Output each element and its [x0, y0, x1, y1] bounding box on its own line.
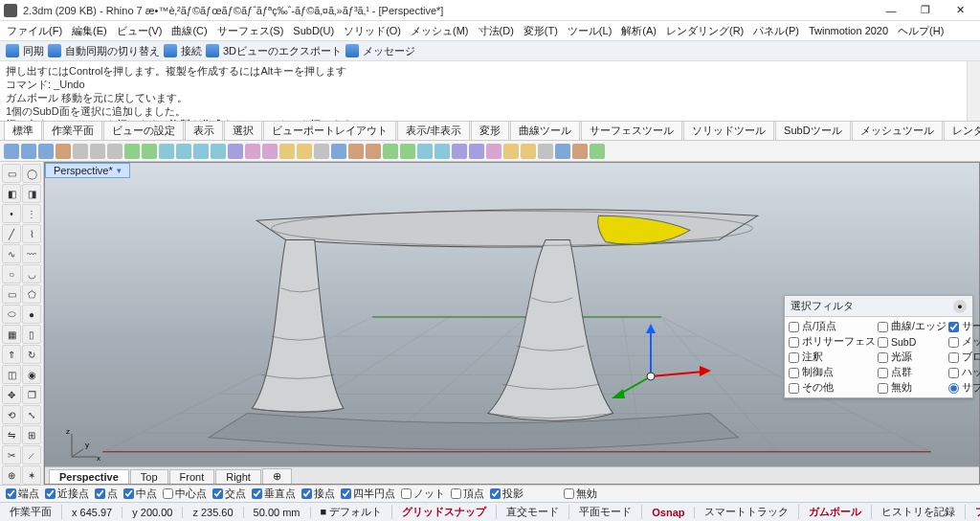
connect-icon[interactable] — [164, 44, 177, 57]
print-icon[interactable] — [56, 144, 71, 159]
osnap-tan[interactable]: 接点 — [301, 487, 335, 501]
tool-cplane2[interactable]: ◨ — [22, 184, 41, 203]
osnap-point[interactable]: 点 — [95, 487, 118, 501]
status-layer[interactable]: ■ デフォルト — [311, 505, 393, 519]
command-prompt[interactable]: 押し出すにはControlを押します。複製を作成するにはAltキーを押します: — [6, 118, 974, 122]
osnap-perp[interactable]: 垂直点 — [252, 487, 296, 501]
status-osnap[interactable]: Osnap — [642, 507, 695, 518]
tab-srftools[interactable]: サーフェスツール — [581, 121, 682, 140]
osnap-project[interactable]: 投影 — [490, 487, 523, 501]
tab-cplane[interactable]: 作業平面 — [43, 121, 102, 140]
tab-vplayout[interactable]: ビューポートレイアウト — [263, 121, 396, 140]
subd14-icon[interactable] — [572, 144, 588, 159]
osnap-knot[interactable]: ノット — [401, 487, 445, 501]
vptab-right[interactable]: Right — [215, 469, 261, 484]
zoom-all-icon[interactable] — [228, 144, 243, 159]
redo-icon[interactable] — [142, 144, 157, 159]
tool-select[interactable]: ▭ — [2, 164, 21, 183]
tab-solidtools[interactable]: ソリッドツール — [683, 121, 774, 140]
filter-disable[interactable]: 無効 — [878, 381, 947, 395]
tool-scale[interactable]: ⤡ — [22, 405, 41, 424]
new-icon[interactable] — [4, 144, 19, 159]
filter-anno[interactable]: 注釈 — [789, 351, 876, 364]
osnap-disable[interactable]: 無効 — [564, 487, 597, 501]
undo-icon[interactable] — [124, 144, 140, 159]
status-filter[interactable]: フィルタ — [966, 505, 980, 519]
status-history[interactable]: ヒストリを記録 — [872, 505, 966, 519]
subd6-icon[interactable] — [434, 144, 450, 159]
osnap-center[interactable]: 中心点 — [163, 487, 207, 501]
vptab-perspective[interactable]: Perspective — [49, 469, 129, 484]
menu-panels[interactable]: パネル(P) — [750, 23, 802, 39]
tab-meshtools[interactable]: メッシュツール — [852, 121, 943, 140]
tool-box[interactable]: ▦ — [2, 325, 21, 344]
status-grid[interactable]: グリッドスナップ — [392, 505, 497, 519]
cut-icon[interactable] — [73, 144, 88, 159]
tool-sphere[interactable]: ● — [22, 305, 41, 324]
subd4-icon[interactable] — [400, 144, 415, 159]
tool-rotate[interactable]: ⟲ — [2, 405, 21, 424]
subd1-icon[interactable] — [348, 144, 364, 159]
osnap-vertex[interactable]: 頂点 — [451, 487, 484, 501]
autosync-button[interactable]: 自動同期の切り替え — [65, 44, 160, 58]
export3d-icon[interactable] — [206, 44, 219, 57]
menu-twinmotion[interactable]: Twinmotion 2020 — [806, 24, 891, 37]
subd13-icon[interactable] — [555, 144, 570, 159]
tool-cylinder[interactable]: ▯ — [22, 325, 41, 344]
subd2-icon[interactable] — [366, 144, 381, 159]
help-icon[interactable] — [331, 144, 346, 159]
menu-analyze[interactable]: 解析(A) — [618, 23, 659, 39]
cmd-scrollbar[interactable] — [967, 61, 980, 121]
subd9-icon[interactable] — [486, 144, 501, 159]
open-icon[interactable] — [21, 144, 36, 159]
menu-transform[interactable]: 変形(T) — [521, 23, 561, 39]
tool-points[interactable]: ⋮ — [22, 204, 41, 223]
tool-rect[interactable]: ▭ — [2, 284, 21, 304]
tool-interp[interactable]: 〰 — [22, 244, 41, 263]
zoom-icon[interactable] — [193, 144, 209, 159]
menu-file[interactable]: ファイル(F) — [4, 23, 65, 39]
menu-subd[interactable]: SubD(U) — [290, 24, 337, 37]
tool-subd-sphere[interactable]: ◉ — [22, 365, 41, 384]
menu-solid[interactable]: ソリッド(O) — [341, 23, 404, 39]
command-history[interactable]: 押し出すにはControlを押します。複製を作成するにはAltキーを押します コ… — [0, 61, 980, 122]
vptab-front[interactable]: Front — [169, 469, 215, 484]
filter-subd[interactable]: SubD — [878, 335, 947, 349]
menu-view[interactable]: ビュー(V) — [114, 23, 166, 39]
status-ortho[interactable]: 直交モード — [497, 505, 569, 519]
tab-transform[interactable]: 変形 — [471, 121, 509, 140]
autosync-icon[interactable] — [48, 44, 61, 57]
menu-edit[interactable]: 編集(E) — [69, 23, 110, 39]
tool-circle[interactable]: ○ — [2, 264, 21, 283]
tool-move[interactable]: ✥ — [2, 385, 21, 404]
minimize-button[interactable]: — — [875, 1, 907, 20]
tool-revolve[interactable]: ↻ — [22, 345, 41, 364]
selection-filter-panel[interactable]: 選択フィルタ ● 点/頂点 曲線/エッジ サーフェス/面 ポリサーフェス Sub… — [784, 295, 973, 398]
subd3-icon[interactable] — [383, 144, 398, 159]
pan-icon[interactable] — [159, 144, 174, 159]
filter-mesh[interactable]: メッシュ — [948, 335, 980, 349]
subd10-icon[interactable] — [503, 144, 519, 159]
perspective-viewport[interactable]: Perspective* ▾ — [44, 162, 980, 485]
filter-points[interactable]: 点/頂点 — [789, 320, 876, 333]
message-button[interactable]: メッセージ — [363, 44, 415, 58]
filter-surfaces[interactable]: サーフェス/面 — [948, 320, 980, 333]
subd8-icon[interactable] — [469, 144, 484, 159]
filter-close-icon[interactable]: ● — [953, 300, 967, 313]
copy-icon[interactable] — [90, 144, 105, 159]
tool-copy[interactable]: ❐ — [22, 385, 41, 404]
osnap-mid[interactable]: 中点 — [123, 487, 157, 501]
tool-point[interactable]: • — [2, 204, 21, 223]
tool-arc[interactable]: ◡ — [22, 264, 41, 283]
osnap-end[interactable]: 端点 — [6, 487, 39, 501]
tool-trim[interactable]: ✂ — [2, 445, 21, 464]
tab-select[interactable]: 選択 — [224, 121, 262, 140]
tool-lasso[interactable]: ◯ — [22, 164, 41, 183]
filter-polysrf[interactable]: ポリサーフェス — [789, 335, 876, 349]
subd15-icon[interactable] — [590, 144, 605, 159]
filter-block[interactable]: ブロック — [948, 351, 980, 364]
tool-extrude[interactable]: ⇑ — [2, 345, 21, 364]
subd11-icon[interactable] — [521, 144, 536, 159]
subd5-icon[interactable] — [417, 144, 433, 159]
vptab-add[interactable]: ⊕ — [262, 468, 292, 484]
